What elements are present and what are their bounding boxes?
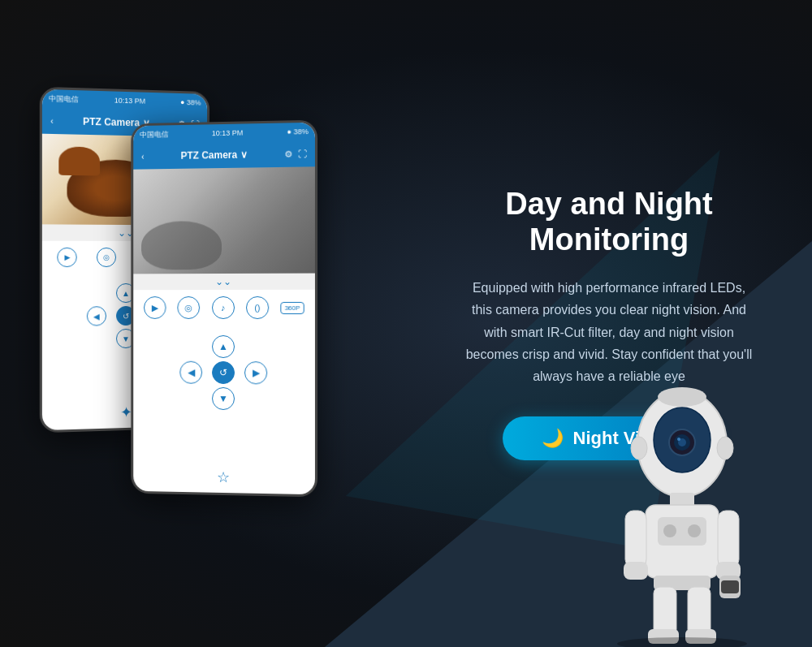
time-back: 10:13 PM	[114, 97, 145, 106]
star-icon-front: ☆	[217, 468, 230, 486]
robot-svg	[577, 355, 788, 647]
ptz-left-btn-front[interactable]: ◀	[179, 361, 202, 384]
svg-rect-14	[718, 511, 739, 567]
phone-front-divider: ⌄⌄	[133, 274, 315, 291]
photo-ctrl-btn-back[interactable]: ◎	[97, 248, 116, 267]
chevron-down-icon-front: ⌄⌄	[215, 276, 231, 287]
svg-rect-20	[688, 587, 710, 636]
svg-rect-17	[721, 580, 739, 593]
baby-photo	[133, 166, 315, 274]
ptz-row-top-front: ▲	[210, 334, 236, 360]
phone-front-footer: ☆	[133, 467, 315, 488]
svg-point-23	[631, 437, 647, 459]
carrier-front: 中国电信	[140, 129, 168, 140]
compass-icon-back: ✦	[120, 403, 132, 421]
svg-point-10	[688, 524, 701, 537]
moon-icon: 🌙	[542, 428, 564, 449]
video-ctrl-btn-front[interactable]: ▶	[144, 296, 166, 319]
video-ctrl-btn-back[interactable]: ▶	[57, 248, 76, 267]
settings-icon-front: ⚙	[284, 149, 292, 159]
phone-front-controls: ▶ ◎ ♪ () 360P	[133, 290, 315, 326]
ptz-center-btn-front[interactable]: ↺	[212, 361, 235, 384]
phone-front-title: PTZ Camera ∨	[180, 149, 247, 161]
back-arrow-front: ‹	[141, 152, 145, 162]
svg-point-25	[617, 637, 747, 647]
photo-ctrl-btn-front[interactable]: ◎	[178, 296, 201, 319]
svg-rect-12	[625, 511, 646, 567]
svg-rect-18	[654, 587, 676, 636]
ptz-row-mid-front: ◀ ↺ ▶	[178, 360, 269, 386]
back-arrow-back: ‹	[50, 116, 54, 126]
carrier-back: 中国电信	[49, 93, 79, 105]
svg-rect-13	[624, 562, 648, 580]
phone-front: 中国电信 10:13 PM ● 38% ‹ PTZ Camera ∨ ⚙ ⛶ ⌄…	[131, 120, 317, 498]
main-title: Day and Night Monitoring	[438, 187, 780, 257]
mic-ctrl-btn-front[interactable]: ♪	[212, 296, 235, 319]
ptz-down-btn-front[interactable]: ▼	[212, 387, 235, 410]
phone-front-header: ‹ PTZ Camera ∨ ⚙ ⛶	[133, 140, 315, 170]
time-front: 10:13 PM	[212, 129, 244, 138]
expand-icon-front: ⛶	[298, 149, 307, 159]
ptz-left-btn-back[interactable]: ◀	[87, 306, 106, 326]
battery-back: ● 38%	[180, 98, 201, 107]
speaker-ctrl-btn-front[interactable]: ()	[246, 296, 269, 319]
ptz-row-bot-front: ▼	[210, 386, 236, 412]
battery-front: ● 38%	[287, 127, 308, 136]
svg-point-22	[658, 387, 706, 407]
svg-point-24	[717, 437, 733, 459]
ptz-pad-front: ▲ ◀ ↺ ▶ ▼	[133, 326, 315, 421]
svg-point-9	[663, 524, 676, 537]
robot-container	[577, 355, 788, 647]
header-icons-front: ⚙ ⛶	[284, 149, 306, 160]
svg-point-5	[677, 438, 680, 441]
360p-btn-front[interactable]: 360P	[280, 301, 304, 313]
phone-front-image	[133, 166, 315, 274]
ptz-up-btn-front[interactable]: ▲	[212, 335, 235, 358]
phones-section: 中国电信 10:13 PM ● 38% ‹ PTZ Camera ∨ ⚙ ⛶ ⌄…	[24, 24, 430, 609]
ptz-right-btn-front[interactable]: ▶	[244, 361, 267, 384]
